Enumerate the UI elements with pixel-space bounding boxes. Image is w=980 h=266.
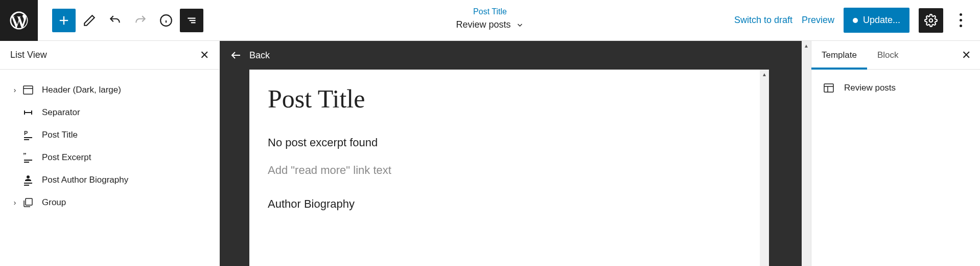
author-bio-block-icon: [20, 174, 36, 186]
list-item-label: Group: [42, 197, 66, 208]
tab-template[interactable]: Template: [811, 41, 867, 69]
expand-chevron-icon[interactable]: ›: [9, 86, 20, 94]
add-block-button[interactable]: [52, 9, 76, 32]
post-title-block[interactable]: Post Title: [268, 84, 741, 114]
list-item-label: Post Title: [42, 130, 78, 140]
edit-mode-button[interactable]: [78, 9, 101, 32]
list-item-separator[interactable]: Separator: [3, 101, 216, 124]
expand-chevron-icon[interactable]: ›: [9, 198, 20, 207]
editor-canvas: Back Post Title No post excerpt found Ad…: [220, 41, 811, 266]
plus-icon: [57, 13, 71, 28]
svg-text:”: ”: [23, 151, 27, 159]
svg-rect-25: [824, 84, 833, 92]
svg-point-8: [929, 18, 933, 22]
more-menu-button[interactable]: [952, 8, 969, 33]
template-selector[interactable]: Review posts: [456, 19, 524, 30]
template-name: Review posts: [456, 19, 510, 30]
svg-rect-22: [24, 185, 29, 186]
preview-button[interactable]: Preview: [802, 15, 834, 26]
svg-rect-23: [26, 198, 32, 205]
author-bio-block[interactable]: Author Biography: [268, 197, 741, 211]
left-toolbar: [52, 9, 203, 32]
tab-block[interactable]: Block: [867, 41, 909, 69]
post-title-block-icon: P: [20, 129, 36, 141]
layout-icon: [823, 82, 835, 94]
svg-rect-15: [24, 137, 32, 138]
back-label: Back: [249, 50, 270, 61]
list-view-close-button[interactable]: ✕: [200, 49, 209, 62]
right-toolbar: Switch to draft Preview Update...: [734, 8, 969, 33]
list-view-panel: List View ✕ › Header (Dark, large) Separ…: [0, 41, 220, 266]
list-item-group[interactable]: › Group: [3, 191, 216, 214]
document-title-area: Post Title Review posts: [456, 7, 524, 30]
inspector-close-button[interactable]: ✕: [952, 41, 980, 69]
svg-rect-19: [24, 162, 29, 163]
svg-rect-21: [24, 183, 32, 184]
list-item-header[interactable]: › Header (Dark, large): [3, 79, 216, 101]
group-block-icon: [20, 196, 36, 209]
undo-icon: [108, 14, 122, 27]
inspector-tabs: Template Block ✕: [811, 41, 980, 70]
dot-icon: [960, 13, 962, 16]
list-item-label: Separator: [42, 107, 80, 118]
info-button[interactable]: [154, 9, 178, 32]
switch-to-draft-button[interactable]: Switch to draft: [734, 15, 792, 26]
list-view-toggle[interactable]: [180, 9, 203, 32]
gear-icon: [924, 14, 938, 27]
editor-columns: List View ✕ › Header (Dark, large) Separ…: [0, 41, 980, 266]
header-block-icon: [20, 84, 36, 96]
update-button[interactable]: Update...: [844, 8, 909, 33]
list-item-label: Header (Dark, large): [42, 85, 121, 95]
read-more-input[interactable]: Add "read more" link text: [268, 164, 741, 177]
canvas-back-button[interactable]: Back: [230, 49, 270, 61]
list-view-body: › Header (Dark, large) Separator P Post …: [0, 70, 219, 223]
editor-top-bar: Post Title Review posts Switch to draft …: [0, 0, 980, 41]
template-link[interactable]: Review posts: [823, 82, 969, 94]
list-item-post-excerpt[interactable]: ” Post Excerpt: [3, 146, 216, 169]
wp-logo[interactable]: [0, 0, 38, 41]
svg-rect-9: [24, 86, 33, 94]
separator-block-icon: [20, 106, 36, 119]
post-excerpt-block-icon: ”: [20, 151, 36, 164]
dot-icon: [960, 19, 962, 21]
list-item-author-bio[interactable]: Post Author Biography: [3, 169, 216, 191]
post-excerpt-block[interactable]: No post excerpt found: [268, 136, 741, 149]
svg-point-20: [27, 175, 30, 179]
canvas-outer-scrollbar[interactable]: ▲: [802, 41, 811, 266]
list-item-label: Post Excerpt: [42, 152, 91, 163]
wordpress-icon: [8, 10, 30, 31]
canvas-page[interactable]: Post Title No post excerpt found Add "re…: [249, 70, 760, 266]
update-label: Update...: [863, 15, 900, 26]
redo-button[interactable]: [129, 9, 152, 32]
unsaved-dot-icon: [853, 18, 858, 23]
settings-button[interactable]: [919, 8, 943, 33]
svg-rect-16: [24, 139, 29, 140]
svg-rect-18: [24, 160, 32, 161]
document-post-title[interactable]: Post Title: [456, 7, 524, 16]
undo-button[interactable]: [103, 9, 127, 32]
chevron-down-icon: [516, 21, 524, 29]
svg-text:P: P: [24, 130, 28, 136]
pencil-icon: [83, 14, 96, 27]
dot-icon: [960, 25, 962, 27]
inspector-body: Review posts: [811, 70, 980, 106]
scroll-up-icon: ▲: [802, 41, 811, 50]
list-view-title: List View: [10, 50, 47, 60]
template-link-label: Review posts: [844, 83, 896, 93]
list-item-label: Post Author Biography: [42, 175, 128, 185]
scroll-up-icon: ▲: [760, 70, 769, 79]
info-icon: [159, 14, 173, 27]
list-icon: [185, 14, 198, 27]
inspector-panel: Template Block ✕ Review posts: [811, 41, 980, 266]
canvas-inner-scrollbar[interactable]: ▲: [760, 70, 769, 266]
arrow-left-icon: [230, 49, 242, 61]
list-view-header: List View ✕: [0, 41, 219, 70]
redo-icon: [134, 14, 147, 27]
list-item-post-title[interactable]: P Post Title: [3, 124, 216, 146]
